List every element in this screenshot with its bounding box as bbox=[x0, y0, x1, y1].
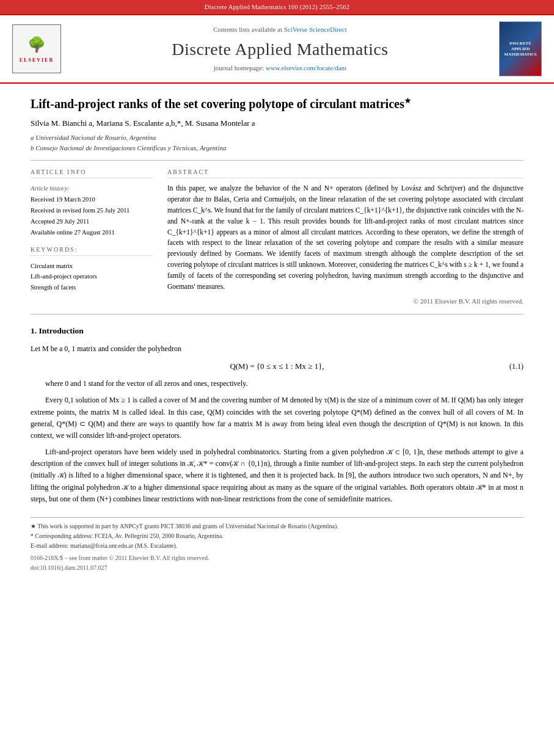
keywords-list: Circulant matrix Lift-and-project operat… bbox=[31, 261, 153, 294]
received-line: Received 19 March 2010 bbox=[31, 194, 153, 205]
intro-para-0b-text: where 0 and 1 stand for the vector of al… bbox=[45, 379, 247, 388]
intro-para-0b: where 0 and 1 stand for the vector of al… bbox=[31, 378, 523, 390]
revised-line: Received in revised form 25 July 2011 bbox=[31, 205, 153, 216]
equation-1-1: Q(M) = {0 ≤ x ≤ 1 : Mx ≥ 1}, (1.1) bbox=[31, 361, 523, 372]
introduction-section: 1. Introduction Let M be a 0, 1 matrix a… bbox=[31, 325, 523, 505]
abstract-heading: ABSTRACT bbox=[167, 168, 523, 178]
abstract-divider bbox=[31, 314, 523, 314]
authors-line: Silvia M. Bianchi a, Mariana S. Escalant… bbox=[31, 118, 523, 129]
accepted-line: Accepted 29 July 2011 bbox=[31, 216, 153, 227]
email-note-text: E-mail address: mariana@fceia.unr.edu.ar… bbox=[31, 542, 177, 549]
keyword-2: Lift-and-project operators bbox=[31, 271, 153, 282]
available-line: Available online 27 August 2011 bbox=[31, 227, 153, 238]
article-info-column: ARTICLE INFO Article history: Received 1… bbox=[31, 168, 153, 307]
elsevier-logo: 🌳 ELSEVIER bbox=[12, 24, 61, 73]
info-abstract-columns: ARTICLE INFO Article history: Received 1… bbox=[31, 168, 523, 307]
sciverse-link[interactable]: SciVerse ScienceDirect bbox=[284, 26, 347, 33]
intro-para-1: Every 0,1 solution of Mx ≥ 1 is called a… bbox=[31, 394, 523, 442]
homepage-text: journal homepage: bbox=[214, 64, 264, 71]
authors-text: Silvia M. Bianchi a, Mariana S. Escalant… bbox=[31, 118, 255, 128]
history-label-text: Article history: bbox=[31, 185, 70, 192]
citation-text: Discrete Applied Mathematics 160 (2012) … bbox=[205, 3, 349, 10]
copyright-line: © 2011 Elsevier B.V. All rights reserved… bbox=[167, 297, 523, 306]
journal-thumb-box: DISCRETE APPLIED MATHEMATICS bbox=[499, 21, 542, 76]
keyword-3: Strength of facets bbox=[31, 282, 153, 293]
intro-para-0-text: Let M be a 0, 1 matrix and consider the … bbox=[31, 344, 181, 353]
journal-center: Contents lists available at SciVerse Sci… bbox=[71, 25, 489, 73]
article-title: Lift-and-project ranks of the set coveri… bbox=[31, 96, 523, 112]
affiliation-a: a Universidad Nacional de Rosario, Argen… bbox=[31, 133, 523, 142]
article-info-heading: ARTICLE INFO bbox=[31, 168, 153, 178]
title-footnote-marker: ★ bbox=[404, 97, 411, 106]
keywords-label: Keywords: bbox=[31, 246, 78, 253]
journal-title: Discrete Applied Mathematics bbox=[71, 37, 489, 61]
issn-line: 0166-218X/$ – see front matter © 2011 El… bbox=[31, 553, 523, 563]
header-divider bbox=[31, 160, 523, 161]
intro-para-2: Lift-and-project operators have been wid… bbox=[31, 446, 523, 505]
homepage-link[interactable]: www.elsevier.com/locate/dam bbox=[266, 64, 346, 71]
tree-icon: 🌳 bbox=[27, 35, 46, 56]
footnote-email: E-mail address: mariana@fceia.unr.edu.ar… bbox=[31, 541, 523, 551]
keywords-heading: Keywords: bbox=[31, 245, 153, 256]
footnote-corr: * Corresponding address: FCEIA, Av. Pell… bbox=[31, 531, 523, 541]
contents-available-line: Contents lists available at SciVerse Sci… bbox=[71, 25, 489, 34]
equation-text: Q(M) = {0 ≤ x ≤ 1 : Mx ≥ 1}, bbox=[230, 361, 324, 372]
journal-homepage-line: journal homepage: www.elsevier.com/locat… bbox=[71, 64, 489, 73]
keywords-section: Keywords: Circulant matrix Lift-and-proj… bbox=[31, 245, 153, 294]
intro-para-0: Let M be a 0, 1 matrix and consider the … bbox=[31, 343, 523, 355]
abstract-text: In this paper, we analyze the behavior o… bbox=[167, 183, 523, 292]
affiliation-b: b Consejo Nacional de Investigaciones Ci… bbox=[31, 144, 523, 153]
article-history: Article history: Received 19 March 2010 … bbox=[31, 183, 153, 238]
intro-para-1-text: Every 0,1 solution of Mx ≥ 1 is called a… bbox=[31, 396, 523, 440]
equation-label: (1.1) bbox=[509, 362, 523, 372]
journal-thumbnail: DISCRETE APPLIED MATHEMATICS bbox=[499, 21, 542, 76]
abstract-column: ABSTRACT In this paper, we analyze the b… bbox=[167, 168, 523, 307]
article-body: Lift-and-project ranks of the set coveri… bbox=[0, 84, 554, 585]
title-text: Lift-and-project ranks of the set coveri… bbox=[31, 97, 404, 111]
journal-header: 🌳 ELSEVIER Contents lists available at S… bbox=[0, 14, 554, 84]
journal-citation-bar: Discrete Applied Mathematics 160 (2012) … bbox=[0, 0, 554, 14]
elsevier-name-label: ELSEVIER bbox=[20, 57, 54, 64]
doi-line: doi:10.1016/j.dam.2011.07.027 bbox=[31, 563, 523, 573]
footnote-section: ★ This work is supported in part by ANPC… bbox=[31, 517, 523, 573]
intro-para-2-text: Lift-and-project operators have been wid… bbox=[31, 448, 523, 503]
thumb-text: DISCRETE APPLIED MATHEMATICS bbox=[504, 41, 536, 57]
intro-heading: 1. Introduction bbox=[31, 325, 523, 337]
contents-text: Contents lists available at bbox=[213, 26, 282, 33]
footnote-star: ★ This work is supported in part by ANPC… bbox=[31, 522, 523, 531]
history-label: Article history: bbox=[31, 183, 153, 194]
keyword-1: Circulant matrix bbox=[31, 261, 153, 272]
